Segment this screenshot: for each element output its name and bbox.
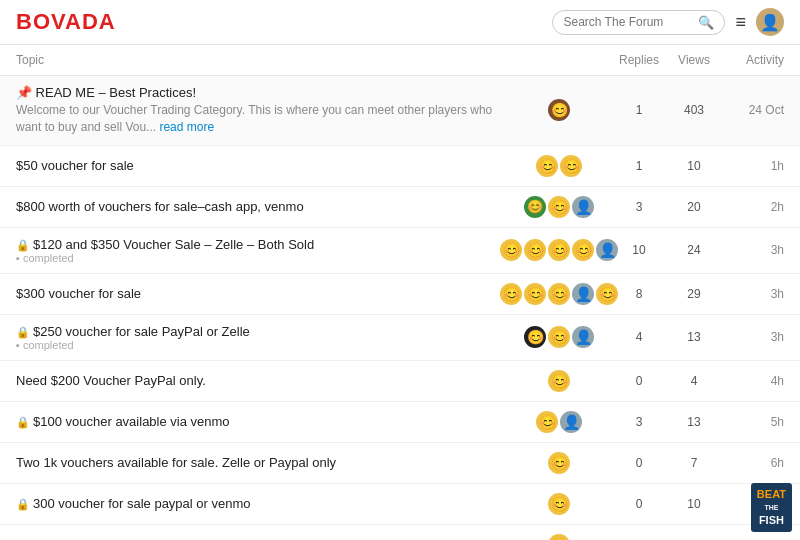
avatars-cell: 😊: [509, 534, 609, 540]
topic-cell: 🔒$250 voucher for sale PayPal or Zelle▪ …: [16, 324, 509, 351]
header-right: 🔍 ≡ 👤: [552, 8, 784, 36]
avatar-small: 😊: [548, 370, 570, 392]
activity-time: 2h: [719, 200, 784, 214]
avatars-cell: 😊😊👤: [509, 326, 609, 348]
topic-title[interactable]: $300 voucher for sale: [16, 286, 509, 301]
replies-count: 3: [609, 200, 669, 214]
activity-time: 5h: [719, 415, 784, 429]
lock-icon: 🔒: [16, 239, 30, 251]
topic-title[interactable]: $800 worth of vouchers for sale–cash app…: [16, 199, 509, 214]
search-input[interactable]: [563, 15, 693, 29]
table-row[interactable]: Need $200 Voucher PayPal only.😊044h: [0, 361, 800, 402]
avatar-small: 😊: [500, 239, 522, 261]
topic-cell: 🔒300 voucher for sale paypal or venmo: [16, 496, 509, 511]
table-row[interactable]: Looking to sell $100 voucher via PayPal,…: [0, 525, 800, 540]
user-avatar[interactable]: 👤: [756, 8, 784, 36]
topic-cell: Need $200 Voucher PayPal only.: [16, 373, 509, 388]
avatar-small: 😊: [548, 534, 570, 540]
replies-count: 10: [609, 243, 669, 257]
avatar-small: 😊: [524, 326, 546, 348]
topic-title[interactable]: 🔒300 voucher for sale paypal or venmo: [16, 496, 509, 511]
replies-count: 3: [609, 415, 669, 429]
avatars-cell: 😊: [509, 452, 609, 474]
avatar-small: 😊: [548, 239, 570, 261]
table-row[interactable]: 🔒$250 voucher for sale PayPal or Zelle▪ …: [0, 315, 800, 361]
activity-time: 6h: [719, 456, 784, 470]
search-box[interactable]: 🔍: [552, 10, 725, 35]
avatars-cell: 😊😊: [509, 155, 609, 177]
activity-time: 4h: [719, 374, 784, 388]
views-count: 13: [669, 330, 719, 344]
views-count: 10: [669, 497, 719, 511]
topic-list: 📌 READ ME – Best Practices!Welcome to ou…: [0, 76, 800, 540]
topic-title[interactable]: Two 1k vouchers available for sale. Zell…: [16, 455, 509, 470]
table-row[interactable]: $300 voucher for sale😊😊😊👤😊8293h: [0, 274, 800, 315]
replies-count: 1: [609, 103, 669, 117]
table-row[interactable]: 📌 READ ME – Best Practices!Welcome to ou…: [0, 76, 800, 146]
watermark: BEATTHEFISH: [751, 483, 792, 532]
activity-time: 3h: [719, 243, 784, 257]
topic-title[interactable]: $50 voucher for sale: [16, 158, 509, 173]
table-row[interactable]: 🔒$100 voucher available via venmo😊👤3135h: [0, 402, 800, 443]
table-row[interactable]: 🔒$120 and $350 Voucher Sale – Zelle – Bo…: [0, 228, 800, 274]
avatar-small: 😊: [548, 493, 570, 515]
avatar-small: 👤: [560, 411, 582, 433]
table-row[interactable]: $50 voucher for sale😊😊1101h: [0, 146, 800, 187]
avatar-small: 😊: [548, 452, 570, 474]
topic-cell: $300 voucher for sale: [16, 286, 509, 301]
lock-icon: 🔒: [16, 326, 30, 338]
topic-title[interactable]: Need $200 Voucher PayPal only.: [16, 373, 509, 388]
views-count: 7: [669, 456, 719, 470]
topic-subtitle: Welcome to our Voucher Trading Category.…: [16, 102, 509, 136]
avatar-small: 👤: [572, 326, 594, 348]
topic-cell: 📌 READ ME – Best Practices!Welcome to ou…: [16, 85, 509, 136]
activity-time: 1h: [719, 159, 784, 173]
replies-count: 0: [609, 456, 669, 470]
views-count: 10: [669, 159, 719, 173]
replies-count: 0: [609, 374, 669, 388]
views-count: 13: [669, 415, 719, 429]
hamburger-icon[interactable]: ≡: [735, 12, 746, 33]
avatar-small: 👤: [572, 283, 594, 305]
views-count: 29: [669, 287, 719, 301]
avatar-small: 😊: [524, 283, 546, 305]
activity-time: 3h: [719, 330, 784, 344]
avatar-small: 😊: [524, 196, 546, 218]
views-count: 24: [669, 243, 719, 257]
avatars-cell: 😊: [509, 370, 609, 392]
avatar-small: 😊: [500, 283, 522, 305]
table-row[interactable]: Two 1k vouchers available for sale. Zell…: [0, 443, 800, 484]
avatar-small: 😊: [572, 239, 594, 261]
table-row[interactable]: 🔒300 voucher for sale paypal or venmo😊01…: [0, 484, 800, 525]
col-header-replies: Replies: [609, 53, 669, 67]
views-count: 4: [669, 374, 719, 388]
topic-title[interactable]: 🔒$250 voucher for sale PayPal or Zelle: [16, 324, 509, 339]
topic-title[interactable]: 🔒$120 and $350 Voucher Sale – Zelle – Bo…: [16, 237, 509, 252]
avatars-cell: 😊: [509, 493, 609, 515]
avatar-small: 😊: [548, 283, 570, 305]
replies-count: 4: [609, 330, 669, 344]
table-row[interactable]: $800 worth of vouchers for sale–cash app…: [0, 187, 800, 228]
avatar-small: 👤: [572, 196, 594, 218]
avatar-small: 😊: [536, 411, 558, 433]
avatars-cell: 😊👤: [509, 411, 609, 433]
avatars-cell: 😊😊👤: [509, 196, 609, 218]
avatar-small: 😊: [536, 155, 558, 177]
topic-title[interactable]: 🔒$100 voucher available via venmo: [16, 414, 509, 429]
topic-title[interactable]: 📌 READ ME – Best Practices!: [16, 85, 509, 100]
avatar-small: 😊: [560, 155, 582, 177]
read-more-link[interactable]: read more: [159, 120, 214, 134]
topic-cell: $800 worth of vouchers for sale–cash app…: [16, 199, 509, 214]
activity-time: 24 Oct: [719, 103, 784, 117]
lock-icon: 🔒: [16, 416, 30, 428]
table-header: Topic Replies Views Activity: [0, 45, 800, 76]
avatars-cell: 😊😊😊😊👤: [509, 239, 609, 261]
col-header-activity: Activity: [719, 53, 784, 67]
avatars-cell: 😊😊😊👤😊: [509, 283, 609, 305]
header: BOVADA 🔍 ≡ 👤: [0, 0, 800, 45]
views-count: 20: [669, 200, 719, 214]
lock-icon: 🔒: [16, 498, 30, 510]
logo: BOVADA: [16, 9, 116, 35]
col-header-views: Views: [669, 53, 719, 67]
topic-cell: 🔒$100 voucher available via venmo: [16, 414, 509, 429]
